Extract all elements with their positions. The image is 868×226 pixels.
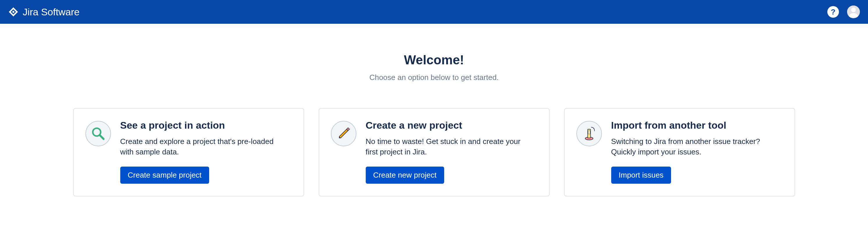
- card-body: Create a new project No time to waste! G…: [366, 120, 537, 184]
- card-description: Switching to Jira from another issue tra…: [611, 136, 774, 157]
- avatar-icon: [847, 5, 860, 18]
- svg-line-3: [100, 135, 104, 139]
- svg-rect-9: [588, 131, 590, 134]
- help-button[interactable]: ?: [827, 6, 839, 18]
- card-sample-project: See a project in action Create and explo…: [73, 108, 304, 196]
- card-title: Import from another tool: [611, 120, 783, 131]
- jira-logo-icon: [8, 7, 19, 17]
- card-new-project: Create a new project No time to waste! G…: [319, 108, 550, 196]
- welcome-title: Welcome!: [404, 53, 464, 67]
- create-sample-project-button[interactable]: Create sample project: [120, 166, 209, 184]
- pencil-icon: [331, 121, 356, 146]
- card-title: See a project in action: [120, 120, 292, 131]
- card-body: See a project in action Create and explo…: [120, 120, 292, 184]
- vacuum-icon: [576, 121, 602, 146]
- help-icon: ?: [831, 7, 835, 16]
- brand[interactable]: Jira Software: [8, 6, 80, 18]
- onboarding-cards: See a project in action Create and explo…: [73, 108, 795, 196]
- magnifier-icon: [85, 121, 111, 146]
- card-description: No time to waste! Get stuck in and creat…: [366, 136, 528, 157]
- app-header: Jira Software ?: [0, 0, 868, 24]
- welcome-subtitle: Choose an option below to get started.: [369, 73, 498, 82]
- import-issues-button[interactable]: Import issues: [611, 166, 671, 184]
- svg-marker-4: [339, 129, 348, 138]
- brand-text: Jira Software: [23, 6, 80, 18]
- create-new-project-button[interactable]: Create new project: [366, 166, 444, 184]
- svg-point-1: [851, 7, 856, 12]
- card-description: Create and explore a project that's pre-…: [120, 136, 283, 157]
- card-import: Import from another tool Switching to Ji…: [564, 108, 795, 196]
- card-body: Import from another tool Switching to Ji…: [611, 120, 783, 184]
- card-title: Create a new project: [366, 120, 537, 131]
- main-content: Welcome! Choose an option below to get s…: [0, 24, 868, 196]
- header-right: ?: [827, 5, 860, 18]
- user-avatar[interactable]: [847, 5, 860, 18]
